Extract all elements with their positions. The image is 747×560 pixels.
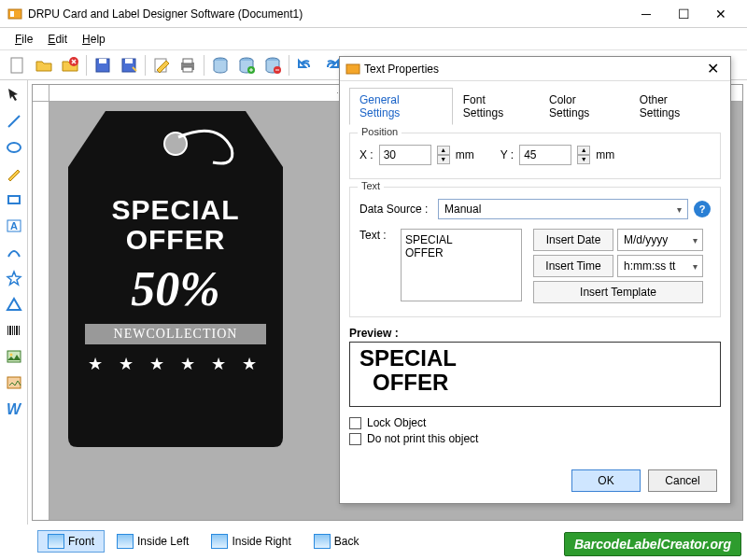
cancel-button[interactable]: Cancel: [648, 469, 717, 492]
preview-line2: OFFER: [359, 371, 711, 395]
menu-file[interactable]: File: [7, 30, 40, 49]
dialog-title: Text Properties: [364, 63, 701, 76]
left-toolbox: A W: [0, 80, 28, 525]
tab-general-settings[interactable]: General Settings: [349, 88, 453, 125]
page-icon: [48, 534, 64, 549]
ellipse-tool-icon[interactable]: [3, 136, 25, 159]
titlebar: DRPU Card and Label Designer Software (D…: [0, 0, 747, 28]
datasource-select[interactable]: Manual: [438, 199, 688, 219]
dialog-tabs: General Settings Font Settings Color Set…: [349, 87, 721, 125]
dialog-icon: [345, 62, 360, 77]
pointer-tool-icon[interactable]: [3, 84, 25, 106]
insert-template-button[interactable]: Insert Template: [533, 281, 703, 303]
insert-time-button[interactable]: Insert Time: [533, 255, 613, 277]
preview-line1: SPECIAL: [359, 346, 711, 371]
svg-text:A: A: [10, 220, 18, 231]
page-icon: [117, 534, 134, 549]
minimize-button[interactable]: ─: [627, 1, 665, 27]
pencil-tool-icon[interactable]: [3, 162, 25, 185]
noprint-checkbox[interactable]: Do not print this object: [349, 432, 721, 445]
y-input[interactable]: 45: [519, 145, 571, 165]
maximize-button[interactable]: ☐: [665, 1, 702, 27]
app-icon: [7, 7, 22, 21]
x-input[interactable]: 30: [379, 145, 431, 165]
svg-rect-10: [183, 59, 192, 63]
save-as-icon[interactable]: [117, 53, 141, 77]
menubar: File Edit Help: [0, 28, 747, 50]
close-button[interactable]: ✕: [702, 1, 740, 27]
text-group-label: Text: [358, 180, 384, 191]
tab-other-settings[interactable]: Other Settings: [629, 88, 721, 125]
x-label: X :: [359, 148, 374, 161]
dialog-titlebar[interactable]: Text Properties ✕: [340, 57, 730, 81]
line-tool-icon[interactable]: [3, 110, 25, 133]
svg-rect-27: [19, 326, 20, 335]
save-icon[interactable]: [91, 53, 115, 77]
noprint-label: Do not print this object: [367, 432, 478, 445]
db-add-icon[interactable]: [234, 53, 259, 77]
undo-icon[interactable]: [293, 53, 317, 77]
edit-icon[interactable]: [149, 53, 174, 77]
svg-rect-25: [14, 326, 15, 335]
image-tool-icon[interactable]: [3, 345, 25, 368]
svg-rect-19: [8, 196, 20, 203]
window-title: DRPU Card and Label Designer Software (D…: [28, 7, 627, 21]
dialog-close-icon[interactable]: ✕: [701, 60, 725, 77]
help-icon[interactable]: ?: [694, 201, 711, 217]
menu-edit[interactable]: Edit: [40, 30, 75, 49]
svg-text:W: W: [7, 401, 22, 417]
tab-color-settings[interactable]: Color Settings: [539, 88, 629, 125]
open-icon[interactable]: [32, 53, 56, 77]
tab-front-label: Front: [68, 535, 94, 548]
arc-tool-icon[interactable]: [3, 241, 25, 263]
page-icon: [211, 534, 228, 549]
barcode-tool-icon[interactable]: [3, 319, 25, 342]
svg-rect-2: [11, 58, 22, 73]
ok-button[interactable]: OK: [571, 469, 641, 492]
triangle-tool-icon[interactable]: [3, 293, 25, 315]
rect-tool-icon[interactable]: [3, 189, 25, 211]
y-spinner[interactable]: ▲▼: [577, 146, 590, 164]
label-preview[interactable]: SPECIAL OFFER 50% NEWCOLLECTION ★ ★ ★ ★ …: [68, 111, 283, 447]
new-icon[interactable]: [6, 53, 30, 77]
lock-object-label: Lock Object: [367, 416, 426, 429]
text-label: Text :: [359, 229, 395, 242]
x-spinner[interactable]: ▲▼: [437, 146, 450, 164]
svg-rect-22: [7, 326, 8, 335]
db-icon[interactable]: [208, 53, 233, 77]
menu-help[interactable]: Help: [75, 30, 113, 49]
tag-percent: 50%: [68, 261, 283, 316]
svg-rect-33: [346, 64, 359, 74]
text-tool-icon[interactable]: A: [3, 215, 25, 237]
tab-inside-right-label: Inside Right: [232, 535, 290, 548]
date-format-select[interactable]: M/d/yyyy: [617, 229, 703, 251]
lock-object-checkbox[interactable]: Lock Object: [349, 416, 721, 429]
datasource-label: Data Source :: [359, 203, 432, 216]
tab-inside-left[interactable]: Inside Left: [106, 530, 199, 553]
svg-rect-7: [125, 59, 133, 63]
tab-back-label: Back: [334, 535, 359, 548]
svg-point-18: [7, 143, 21, 152]
tab-font-settings[interactable]: Font Settings: [453, 88, 539, 125]
y-label: Y :: [500, 148, 514, 161]
position-group: Position X : 30 ▲▼ mm Y : 45 ▲▼ mm: [349, 133, 721, 179]
print-icon[interactable]: [176, 53, 200, 77]
star-tool-icon[interactable]: [3, 267, 25, 289]
insert-date-button[interactable]: Insert Date: [533, 229, 613, 251]
svg-rect-28: [7, 351, 21, 362]
db-remove-icon[interactable]: [261, 53, 285, 77]
tab-back[interactable]: Back: [303, 530, 370, 553]
gallery-tool-icon[interactable]: [3, 371, 25, 394]
svg-rect-23: [9, 326, 11, 335]
close-file-icon[interactable]: [58, 53, 82, 77]
tab-inside-right[interactable]: Inside Right: [201, 530, 301, 553]
brand-watermark: BarcodeLabelCreator.org: [564, 532, 741, 556]
wordart-tool-icon[interactable]: W: [3, 398, 25, 420]
svg-rect-5: [99, 59, 106, 63]
tag-line2: OFFER: [68, 225, 283, 255]
text-group: Text Data Source : Manual ? Text : Inser…: [349, 187, 721, 317]
svg-rect-26: [16, 326, 18, 335]
text-input[interactable]: [401, 229, 522, 301]
time-format-select[interactable]: h:mm:ss tt: [617, 255, 703, 277]
tab-front[interactable]: Front: [37, 530, 105, 553]
